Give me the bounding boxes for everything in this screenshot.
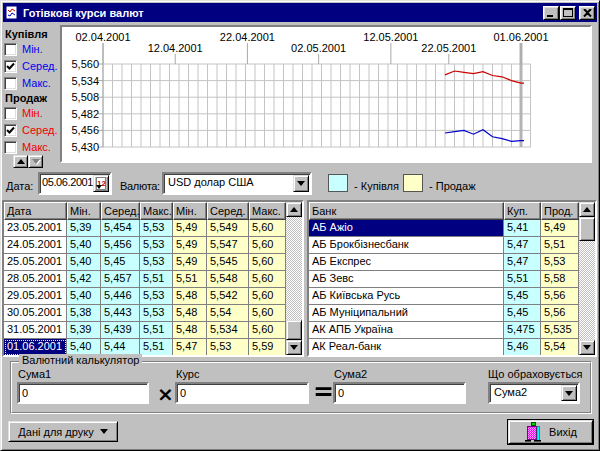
table-row[interactable]: АБ Зевс5,515,58 xyxy=(309,271,579,288)
table-cell[interactable]: 5,56 xyxy=(541,305,579,322)
table-cell[interactable]: 5,60 xyxy=(249,322,286,339)
table-cell[interactable]: 5,549 xyxy=(207,220,249,237)
table-cell[interactable]: 5,49 xyxy=(173,220,207,237)
table-cell[interactable]: 5,475 xyxy=(504,322,541,339)
table-cell[interactable]: 5,56 xyxy=(541,288,579,305)
checkbox-buy-avg[interactable]: Серед. xyxy=(4,59,58,73)
checkbox-box[interactable] xyxy=(4,60,17,73)
column-header[interactable]: Банк xyxy=(309,202,504,220)
scrollbar-thumb[interactable] xyxy=(286,320,302,340)
table-cell[interactable]: 5,58 xyxy=(541,271,579,288)
column-header[interactable]: Мін. xyxy=(67,202,101,220)
column-header[interactable]: Макс. xyxy=(140,202,173,220)
table-cell[interactable]: 5,40 xyxy=(67,254,101,271)
checkbox-box[interactable] xyxy=(4,43,17,56)
checkbox-box[interactable] xyxy=(4,107,17,120)
table-cell[interactable]: 5,60 xyxy=(249,288,286,305)
table-cell[interactable]: 30.05.2001 xyxy=(4,305,67,322)
table-cell[interactable]: 5,47 xyxy=(504,254,541,271)
table-cell[interactable]: 5,39 xyxy=(67,322,101,339)
target-dropdown-icon[interactable] xyxy=(561,385,577,401)
table-cell[interactable]: 28.05.2001 xyxy=(4,271,67,288)
scrollbar-down-icon[interactable] xyxy=(286,340,302,355)
table-cell[interactable]: АК АПБ Україна xyxy=(309,322,504,339)
table-cell[interactable]: 5,51 xyxy=(140,271,173,288)
table-cell[interactable]: 5,60 xyxy=(249,305,286,322)
table-cell[interactable]: 5,51 xyxy=(140,322,173,339)
checkbox-sell-avg[interactable]: Серед. xyxy=(4,123,58,137)
table-cell[interactable]: 5,38 xyxy=(67,305,101,322)
table-cell[interactable]: 5,446 xyxy=(101,288,140,305)
table-row[interactable]: АК АПБ Україна5,4755,535 xyxy=(309,322,579,339)
table-row[interactable]: 24.05.20015,405,4565,535,495,5475,60 xyxy=(4,237,286,254)
table-cell[interactable]: 5,542 xyxy=(207,288,249,305)
table-cell[interactable]: 5,54 xyxy=(541,339,579,355)
rates-table-scrollbar[interactable] xyxy=(286,202,302,355)
table-row[interactable]: АБ Експрес5,475,53 xyxy=(309,254,579,271)
table-cell[interactable]: 5,40 xyxy=(67,339,101,355)
currency-select[interactable]: USD долар США xyxy=(162,172,312,195)
table-cell[interactable]: 5,439 xyxy=(101,322,140,339)
table-cell[interactable]: 5,457 xyxy=(101,271,140,288)
column-header[interactable]: Куп. xyxy=(504,202,541,220)
table-cell[interactable]: 5,49 xyxy=(173,237,207,254)
checkbox-buy-max[interactable]: Макс. xyxy=(4,76,51,90)
table-cell[interactable]: 5,48 xyxy=(173,305,207,322)
table-cell[interactable]: 5,44 xyxy=(101,339,140,355)
table-row[interactable]: 30.05.20015,385,4435,535,485,545,60 xyxy=(4,305,286,322)
scrollbar-up-icon[interactable] xyxy=(286,202,302,217)
table-cell[interactable]: 5,534 xyxy=(207,322,249,339)
table-row[interactable]: 01.06.20015,405,445,515,475,535,59 xyxy=(4,339,286,355)
table-row[interactable]: 29.05.20015,405,4465,535,485,5425,60 xyxy=(4,288,286,305)
table-cell[interactable]: 31.05.2001 xyxy=(4,322,67,339)
table-cell[interactable]: 5,39 xyxy=(67,220,101,237)
table-cell[interactable]: АБ Експрес xyxy=(309,254,504,271)
table-cell[interactable]: 5,48 xyxy=(173,288,207,305)
table-cell[interactable]: 5,53 xyxy=(140,305,173,322)
checkbox-sell-max[interactable]: Макс. xyxy=(4,140,51,154)
table-cell[interactable]: 5,45 xyxy=(504,305,541,322)
table-cell[interactable]: 29.05.2001 xyxy=(4,288,67,305)
table-cell[interactable]: 5,548 xyxy=(207,271,249,288)
column-header[interactable]: Прод. xyxy=(541,202,579,220)
column-header[interactable]: Макс. xyxy=(249,202,286,220)
column-header[interactable]: Серед. xyxy=(101,202,140,220)
table-row[interactable]: АБ Брокбізнесбанк5,475,51 xyxy=(309,237,579,254)
table-cell[interactable]: 5,40 xyxy=(67,237,101,254)
table-cell[interactable]: 5,545 xyxy=(207,254,249,271)
currency-dropdown-icon[interactable] xyxy=(293,175,309,192)
table-cell[interactable]: АБ Зевс xyxy=(309,271,504,288)
table-cell[interactable]: 5,51 xyxy=(541,237,579,254)
table-cell[interactable]: 25.05.2001 xyxy=(4,254,67,271)
maximize-button[interactable] xyxy=(560,6,576,20)
table-cell[interactable]: 24.05.2001 xyxy=(4,237,67,254)
column-header[interactable]: Серед. xyxy=(207,202,249,220)
date-input[interactable]: 05.06.2001 12 xyxy=(38,172,112,195)
column-header[interactable]: Мін. xyxy=(173,202,207,220)
table-row[interactable]: АБ Муніципальний5,455,56 xyxy=(309,305,579,322)
table-cell[interactable]: АК Реал-банк xyxy=(309,339,504,355)
minimize-button[interactable] xyxy=(543,6,559,20)
target-select[interactable]: Сума2 xyxy=(488,382,580,404)
table-cell[interactable]: АБ Муніципальний xyxy=(309,305,504,322)
table-cell[interactable]: 5,51 xyxy=(504,271,541,288)
table-cell[interactable]: 5,51 xyxy=(140,339,173,355)
print-data-button[interactable]: Дані для друку xyxy=(8,421,118,442)
checkbox-box[interactable] xyxy=(4,77,17,90)
table-cell[interactable]: 5,443 xyxy=(101,305,140,322)
table-cell[interactable]: 5,547 xyxy=(207,237,249,254)
table-cell[interactable]: 01.06.2001 xyxy=(4,339,67,355)
table-cell[interactable]: 23.05.2001 xyxy=(4,220,67,237)
table-cell[interactable]: 5,41 xyxy=(504,220,541,237)
table-row[interactable]: 31.05.20015,395,4395,515,485,5345,60 xyxy=(4,322,286,339)
table-row[interactable]: 23.05.20015,395,4545,535,495,5495,60 xyxy=(4,220,286,237)
table-row[interactable]: АБ Ажіо5,415,49 xyxy=(309,220,579,237)
checkbox-buy-min[interactable]: Мін. xyxy=(4,42,43,56)
scrollbar-down-icon[interactable] xyxy=(579,340,595,355)
table-cell[interactable]: 5,45 xyxy=(504,288,541,305)
sum1-input[interactable]: 0 xyxy=(17,382,149,404)
table-cell[interactable]: 5,45 xyxy=(101,254,140,271)
close-button[interactable] xyxy=(579,6,595,20)
table-cell[interactable]: АБ Київська Русь xyxy=(309,288,504,305)
table-cell[interactable]: 5,60 xyxy=(249,271,286,288)
